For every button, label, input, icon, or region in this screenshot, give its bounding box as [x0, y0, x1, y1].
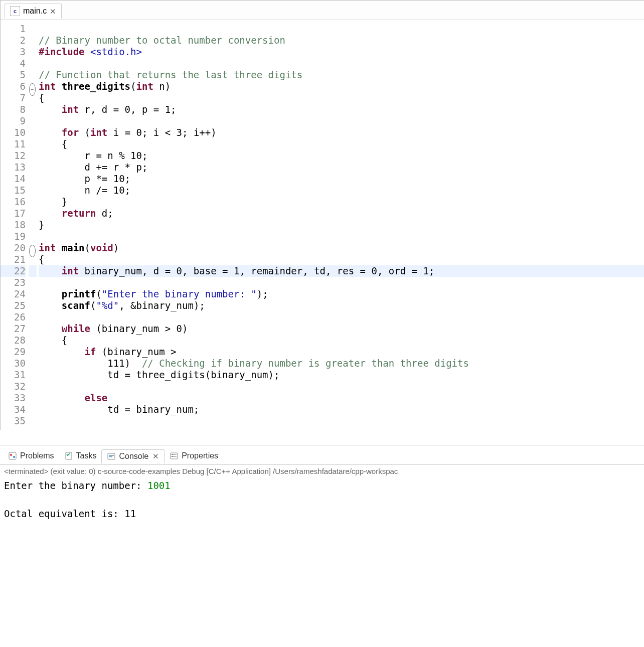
line-number: 30	[1, 358, 26, 369]
console-result: Octal equivalent is: 11	[4, 508, 136, 519]
code-line[interactable]: scanf("%d", &binary_num);	[39, 300, 644, 311]
svg-point-1	[10, 454, 12, 456]
fold-cell	[29, 104, 37, 115]
code-line[interactable]: else	[39, 392, 644, 404]
console-output: Enter the binary number: 1001 Octal equi…	[0, 477, 644, 536]
svg-point-2	[13, 456, 15, 458]
line-number: 15	[1, 185, 26, 196]
code-line[interactable]: printf("Enter the binary number: ");	[39, 288, 644, 300]
code-line[interactable]	[39, 277, 644, 288]
line-number: 8	[1, 104, 26, 115]
console-prompt-text: Enter the binary number:	[4, 480, 147, 491]
code-line[interactable]: for (int i = 0; i < 3; i++)	[39, 127, 644, 138]
code-line[interactable]	[39, 231, 644, 242]
fold-cell	[29, 323, 37, 335]
line-number: 27	[1, 323, 26, 335]
panel-tab-label: Tasks	[76, 451, 97, 460]
properties-icon	[170, 451, 179, 460]
line-number: 6	[1, 81, 26, 92]
fold-cell	[29, 150, 37, 161]
code-line[interactable]: if (binary_num >	[39, 346, 644, 358]
tasks-icon	[64, 451, 73, 460]
code-line[interactable]	[39, 311, 644, 323]
code-line[interactable]	[39, 23, 644, 35]
panel-tabs: ProblemsTasksConsole✕Properties	[0, 445, 644, 465]
fold-cell	[29, 185, 37, 196]
line-number: 4	[1, 58, 26, 69]
code-line[interactable]: td = binary_num;	[39, 404, 644, 415]
code-line[interactable]	[39, 58, 644, 69]
line-number: 7	[1, 92, 26, 104]
line-number: 31	[1, 369, 26, 381]
code-line[interactable]: // Function that returns the last three …	[39, 69, 644, 81]
line-number: 1	[1, 23, 26, 35]
code-line[interactable]: #include <stdio.h>	[39, 46, 644, 58]
fold-cell	[29, 335, 37, 346]
code-line[interactable]: r = n % 10;	[39, 150, 644, 161]
line-number: 25	[1, 300, 26, 311]
close-icon[interactable]: ✕	[50, 8, 56, 15]
code-line[interactable]: int binary_num, d = 0, base = 1, remaind…	[39, 265, 644, 277]
fold-cell	[29, 369, 37, 381]
code-line[interactable]: {	[39, 254, 644, 265]
line-number: 26	[1, 311, 26, 323]
code-line[interactable]: p *= 10;	[39, 173, 644, 185]
code-line[interactable]: {	[39, 138, 644, 150]
code-line[interactable]: n /= 10;	[39, 185, 644, 196]
code-line[interactable]: return d;	[39, 208, 644, 219]
panel-tab-properties[interactable]: Properties	[165, 449, 223, 462]
code-line[interactable]: 111) // Checking if binary number is gre…	[39, 358, 644, 369]
bottom-panel: ProblemsTasksConsole✕Properties <termina…	[0, 445, 644, 536]
code-editor[interactable]: 1234567891011121314151617181920212223242…	[1, 20, 644, 430]
line-number: 10	[1, 127, 26, 138]
line-number: 9	[1, 115, 26, 127]
close-icon[interactable]: ✕	[152, 452, 159, 461]
code-line[interactable]: {	[39, 335, 644, 346]
fold-cell	[29, 92, 37, 104]
fold-cell	[29, 381, 37, 392]
code-line[interactable]	[39, 415, 644, 427]
fold-cell	[29, 196, 37, 208]
fold-cell	[29, 69, 37, 81]
svg-rect-8	[172, 454, 174, 455]
fold-cell	[29, 115, 37, 127]
svg-rect-11	[174, 456, 177, 457]
panel-tab-console[interactable]: Console✕	[101, 449, 165, 463]
code-line[interactable]: int three_digits(int n)	[39, 81, 644, 92]
code-line[interactable]: int r, d = 0, p = 1;	[39, 104, 644, 115]
code-line[interactable]: // Binary number to octal number convers…	[39, 35, 644, 46]
line-number: 18	[1, 219, 26, 231]
fold-cell	[29, 173, 37, 185]
line-number: 34	[1, 404, 26, 415]
line-number: 21	[1, 254, 26, 265]
code-line[interactable]	[39, 115, 644, 127]
svg-rect-10	[174, 454, 177, 455]
line-number: 33	[1, 392, 26, 404]
line-number: 32	[1, 381, 26, 392]
panel-tab-problems[interactable]: Problems	[3, 449, 59, 462]
file-tab-main-c[interactable]: c main.c ✕	[5, 4, 62, 19]
fold-cell	[29, 219, 37, 231]
code-line[interactable]: while (binary_num > 0)	[39, 323, 644, 335]
line-number: 23	[1, 277, 26, 288]
svg-rect-5	[109, 455, 114, 456]
line-number: 28	[1, 335, 26, 346]
line-number: 3	[1, 46, 26, 58]
code-line[interactable]: int main(void)	[39, 242, 644, 254]
fold-cell	[29, 265, 37, 277]
code-line[interactable]: }	[39, 219, 644, 231]
fold-cell	[29, 392, 37, 404]
line-number: 16	[1, 196, 26, 208]
code-lines[interactable]: // Binary number to octal number convers…	[37, 23, 644, 427]
code-line[interactable]: {	[39, 92, 644, 104]
code-line[interactable]: }	[39, 196, 644, 208]
code-line[interactable]: d += r * p;	[39, 161, 644, 173]
line-number: 2	[1, 35, 26, 46]
code-line[interactable]	[39, 381, 644, 392]
code-line[interactable]: td = three_digits(binary_num);	[39, 369, 644, 381]
panel-tab-tasks[interactable]: Tasks	[59, 449, 102, 462]
problems-icon	[8, 451, 17, 460]
fold-gutter: −−	[29, 23, 37, 427]
line-number: 24	[1, 288, 26, 300]
fold-cell	[29, 346, 37, 358]
